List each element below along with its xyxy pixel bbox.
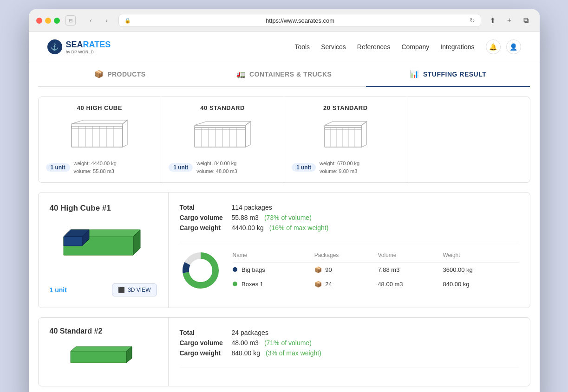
lock-icon: 🔒 (124, 18, 131, 24)
address-bar[interactable]: 🔒 https://www.searates.com ↻ (118, 14, 481, 27)
col-weight: Weight (443, 250, 519, 263)
svg-marker-28 (362, 122, 366, 147)
card-footer-20std: 1 unit weight: 670.00 kg volume: 9.00 m3 (292, 160, 399, 175)
card-title-40hc: 40 HIGH CUBE (46, 104, 154, 111)
main-content: 40 HIGH CUBE (29, 87, 540, 392)
row1-volume: 7.88 m3 (378, 262, 443, 277)
traffic-lights (36, 18, 60, 24)
row1-weight: 3600.00 kg (443, 262, 519, 277)
back-button[interactable]: ‹ (85, 14, 97, 26)
tab-products[interactable]: 📦 PRODUCTS (38, 62, 202, 87)
forward-button[interactable]: › (101, 14, 113, 26)
svg-point-39 (189, 259, 212, 282)
stats-row-2: Total 24 packages Cargo volume 48.00 m3 … (180, 329, 519, 367)
unit-label-1: 1 unit (50, 286, 67, 294)
chart-area-1: Name Packages Volume Weight (180, 250, 519, 291)
nav-services[interactable]: Services (321, 43, 346, 51)
url-text: https://www.searates.com (135, 17, 466, 24)
navbar: ⚓ SEARATES by DP WORLD Tools Services Re… (29, 32, 540, 62)
detail-title-2: 40 Standard #2 (50, 327, 157, 335)
containers-icon: 🚛 (236, 70, 246, 78)
svg-marker-19 (246, 122, 250, 147)
logo-sea: SEA (66, 40, 83, 49)
tab-containers[interactable]: 🚛 CONTAINERS & TRUCKS (202, 62, 366, 87)
row2-name: Boxes 1 (233, 277, 314, 291)
svg-marker-18 (195, 122, 250, 125)
maximize-button[interactable] (54, 18, 60, 24)
stat-total-2: Total 24 packages (180, 329, 519, 336)
nav-integrations[interactable]: Integrations (440, 43, 474, 51)
share-button[interactable]: ⬆ (487, 14, 499, 26)
stat-weight-1: Cargo weight 4440.00 kg (16% of max weig… (180, 224, 519, 231)
col-volume: Volume (378, 250, 443, 263)
unit-badge-20std: 1 unit (292, 163, 316, 172)
container-card-empty (407, 97, 530, 182)
row1-packages: 📦 90 (314, 262, 378, 277)
tab-stuffing[interactable]: 📊 STUFFING RESULT (366, 62, 530, 87)
detail-right-2: Total 24 packages Cargo volume 48.00 m3 … (169, 318, 530, 386)
view-3d-button-1[interactable]: ⬛ 3D VIEW (112, 283, 157, 296)
browser-actions: ⬆ + ⧉ (487, 14, 532, 26)
detail-footer-1: 1 unit ⬛ 3D VIEW (50, 283, 157, 296)
stat-volume-1: Cargo volume 55.88 m3 (73% of volume) (180, 214, 519, 221)
container-img-40std (169, 117, 276, 154)
minimize-button[interactable] (45, 18, 51, 24)
page-content: ⚓ SEARATES by DP WORLD Tools Services Re… (29, 32, 540, 392)
svg-marker-8 (72, 120, 127, 124)
table-row: Boxes 1 📦 24 48.00 m3 840.00 kg (233, 277, 519, 291)
user-button[interactable]: 👤 (506, 39, 521, 54)
specs-20std: weight: 670.00 kg volume: 9.00 m3 (320, 160, 359, 175)
container-card-40hc: 40 HIGH CUBE (39, 97, 162, 182)
svg-rect-10 (195, 128, 246, 147)
container-svg-20std (322, 119, 369, 152)
logo-sub: by DP WORLD (66, 50, 111, 54)
container-card-40std: 40 STANDARD (161, 97, 284, 182)
tabs-button[interactable]: ⧉ (520, 14, 532, 26)
close-button[interactable] (36, 18, 42, 24)
new-tab-button[interactable]: + (503, 14, 516, 26)
row2-weight: 840.00 kg (443, 277, 519, 291)
svg-marker-42 (71, 347, 132, 351)
logo-text: SEARATES by DP WORLD (66, 40, 111, 54)
svg-marker-9 (123, 120, 127, 147)
weight-value-1: 4440.00 kg (232, 224, 264, 231)
detail-title-1: 40 High Cube #1 (50, 204, 157, 213)
total-value-2: 24 packages (232, 329, 268, 336)
weight-label-1: Cargo weight (180, 224, 226, 231)
row2-volume: 48.00 m3 (378, 277, 443, 291)
nav-tools[interactable]: Tools (294, 43, 310, 51)
nav-references[interactable]: References (357, 43, 391, 51)
row1-name: Big bags (233, 262, 314, 277)
weight-label-2: Cargo weight (180, 349, 226, 357)
tab-products-label: PRODUCTS (107, 71, 146, 78)
container-img-20std (292, 117, 399, 154)
cargo-table-1: Name Packages Volume Weight (233, 250, 519, 291)
card-title-40std: 40 STANDARD (169, 104, 276, 111)
weight-pct-1: (16% of max weight) (269, 224, 329, 231)
svg-marker-34 (64, 237, 82, 246)
stuffing-icon: 📊 (410, 70, 419, 78)
nav-company[interactable]: Company (401, 43, 429, 51)
volume-pct-1: (73% of volume) (264, 214, 312, 221)
card-footer-40hc: 1 unit weight: 4440.00 kg volume: 55.88 … (46, 160, 154, 175)
card-footer-40std: 1 unit weight: 840.00 kg volume: 48.00 m… (169, 160, 276, 175)
stat-volume-2: Cargo volume 48.00 m3 (71% of volume) (180, 339, 519, 347)
col-name: Name (233, 250, 314, 263)
donut-svg-1 (180, 250, 222, 291)
volume-pct-2: (71% of volume) (264, 339, 312, 347)
tabs-container: 📦 PRODUCTS 🚛 CONTAINERS & TRUCKS 📊 STUFF… (38, 62, 530, 87)
container-img-40hc (46, 117, 154, 154)
window-icon: ⊟ (65, 15, 76, 26)
unit-badge-40std: 1 unit (169, 163, 193, 172)
detail-section-2: 40 Standard #2 (38, 317, 530, 386)
view-3d-label-1: 3D VIEW (128, 287, 150, 293)
reload-button[interactable]: ↻ (470, 17, 475, 24)
box-icon-2: 📦 (314, 281, 322, 288)
detail-3d-view-1 (50, 220, 157, 276)
volume-label-1: Cargo volume (180, 214, 226, 221)
notifications-button[interactable]: 🔔 (486, 39, 501, 54)
detail-left-1: 40 High Cube #1 (39, 193, 169, 308)
tab-containers-label: CONTAINERS & TRUCKS (249, 71, 332, 78)
unit-badge-40hc: 1 unit (46, 163, 70, 172)
container-svg-40hc (69, 119, 130, 152)
